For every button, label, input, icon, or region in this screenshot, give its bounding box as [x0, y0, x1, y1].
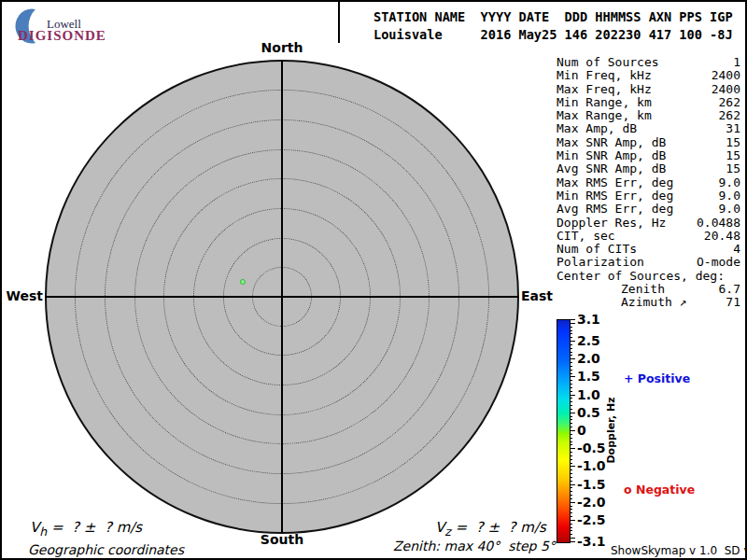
colorbar-minor-tick [570, 524, 572, 525]
colorbar-minor-tick [570, 355, 572, 356]
colorbar-minor-tick [570, 469, 572, 470]
colorbar-tick-label: 2.0 [577, 351, 600, 366]
colorbar-minor-tick [570, 438, 572, 439]
doppler-source-point[interactable] [240, 279, 246, 285]
header-divider [338, 2, 340, 43]
param-row: Num of CITs4 [557, 243, 740, 256]
colorbar-tick-label: 0.5 [577, 405, 600, 420]
colorbar-minor-tick [570, 384, 572, 385]
colorbar-major-tick [570, 376, 575, 377]
colorbar-minor-tick [570, 391, 572, 392]
legend-negative: o Negative [624, 483, 695, 497]
param-value: 4 [733, 243, 740, 256]
colorbar-minor-tick [570, 477, 572, 478]
colorbar-tick-label: 3.1 [577, 312, 600, 327]
param-label: Avg SNR Amp, dB [557, 162, 666, 175]
param-row: Min RMS Err, deg9.0 [557, 189, 740, 203]
param-value: 1 [733, 56, 740, 69]
colorbar-minor-tick [570, 362, 572, 363]
param-label: Max Amp, dB [557, 122, 637, 135]
colorbar-minor-tick [570, 380, 572, 381]
compass-east-label: East [521, 288, 553, 303]
param-value: 15 [726, 136, 740, 149]
colorbar-minor-tick [570, 441, 572, 442]
colorbar-minor-tick [570, 427, 572, 427]
colorbar-major-tick [570, 395, 575, 396]
colorbar-minor-tick [570, 409, 572, 410]
colorbar-tick-label: 1.5 [577, 369, 600, 384]
colorbar-tick-label: 1.0 [577, 387, 600, 402]
colorbar-major-tick [570, 358, 575, 359]
param-row: Min Range, km262 [557, 96, 740, 109]
coordinates-label: Geographic coordinates [28, 542, 184, 557]
app-version-label: ShowSkymap v 1.0 SD v 5.1 [611, 544, 747, 557]
colorbar-axis-label: Doppler, Hz [605, 397, 617, 463]
vz-value: = ? ± ? m/s [451, 519, 546, 536]
doppler-colorbar [557, 319, 571, 543]
colorbar-minor-tick [570, 370, 572, 371]
colorbar-minor-tick [570, 459, 572, 460]
colorbar-tick-label: -1.5 [577, 477, 606, 492]
colorbar-minor-tick [570, 530, 572, 531]
colorbar-minor-tick [570, 481, 572, 482]
colorbar-minor-tick [570, 444, 572, 445]
colorbar-major-tick [570, 502, 575, 503]
colorbar-tick-label: -2.0 [577, 495, 606, 510]
header-labels-line: STATION NAME YYYY DATE DDD HHMMSS AXN PP… [374, 8, 733, 26]
param-value: 31 [726, 122, 740, 135]
param-value: 71 [726, 296, 740, 309]
param-label: Min RMS Err, deg [557, 189, 673, 203]
param-value: O-mode [697, 256, 740, 269]
param-row: PolarizationO-mode [557, 256, 740, 269]
colorbar-major-tick [570, 538, 575, 539]
colorbar-major-tick [570, 341, 575, 342]
param-label: Min Freq, kHz [557, 69, 652, 82]
colorbar-minor-tick [570, 333, 572, 334]
param-value: 6.7 [719, 283, 740, 296]
colorbar-minor-tick [570, 434, 572, 435]
colorbar-minor-tick [570, 495, 572, 496]
param-value: 9.0 [719, 176, 740, 189]
colorbar-minor-tick [570, 330, 572, 331]
param-row: Max Range, km262 [557, 109, 740, 122]
param-label: Polarization [557, 256, 644, 269]
colorbar-minor-tick [570, 506, 572, 507]
param-row: Azimuth ↗71 [557, 296, 740, 309]
colorbar-tick-label: 0 [577, 423, 586, 438]
colorbar-minor-tick [570, 344, 572, 345]
colorbar-minor-tick [570, 487, 572, 488]
param-row: Max Amp, dB31 [557, 122, 740, 135]
param-row: Zenith6.7 [557, 283, 740, 296]
param-label: Min Range, km [557, 96, 652, 109]
legend-positive: + Positive [624, 371, 690, 385]
colorbar-minor-tick [570, 401, 572, 402]
param-row: Min Freq, kHz2400 [557, 69, 740, 82]
param-row: Max SNR Amp, dB15 [557, 136, 740, 149]
param-label: Max SNR Amp, dB [557, 136, 666, 149]
colorbar-major-tick [570, 413, 575, 413]
colorbar-major-tick [570, 430, 575, 431]
colorbar-tick-label: -3.1 [577, 534, 606, 549]
param-row: Doppler Res, Hz0.0488 [557, 217, 740, 230]
colorbar-tick-label: -2.5 [577, 512, 606, 527]
param-row: Avg SNR Amp, dB15 [557, 162, 740, 175]
param-label: Zenith [557, 283, 665, 296]
logo-brand-bottom: DIGISONDE [18, 28, 106, 44]
compass-south-label: South [254, 532, 310, 547]
colorbar-minor-tick [570, 534, 572, 535]
colorbar-minor-tick [570, 498, 572, 499]
vh-symbol: V [30, 519, 39, 536]
param-label: Max RMS Err, deg [557, 176, 673, 189]
param-value: 262 [719, 96, 740, 109]
colorbar-minor-tick [570, 327, 572, 328]
west-east-axis-line [46, 296, 518, 298]
colorbar-minor-tick [570, 405, 572, 406]
colorbar-minor-tick [570, 387, 572, 388]
colorbar-minor-tick [570, 419, 572, 420]
colorbar-tick-label: -0.5 [577, 441, 606, 455]
header-values-line: Louisvale 2016 May25 146 202230 417 100 … [374, 26, 733, 44]
param-label: Avg RMS Err, deg [557, 203, 673, 216]
showskymap-window: Lowell DIGISONDE STATION NAME YYYY DATE … [0, 0, 747, 560]
colorbar-minor-tick [570, 398, 572, 399]
colorbar-minor-tick [570, 373, 572, 374]
